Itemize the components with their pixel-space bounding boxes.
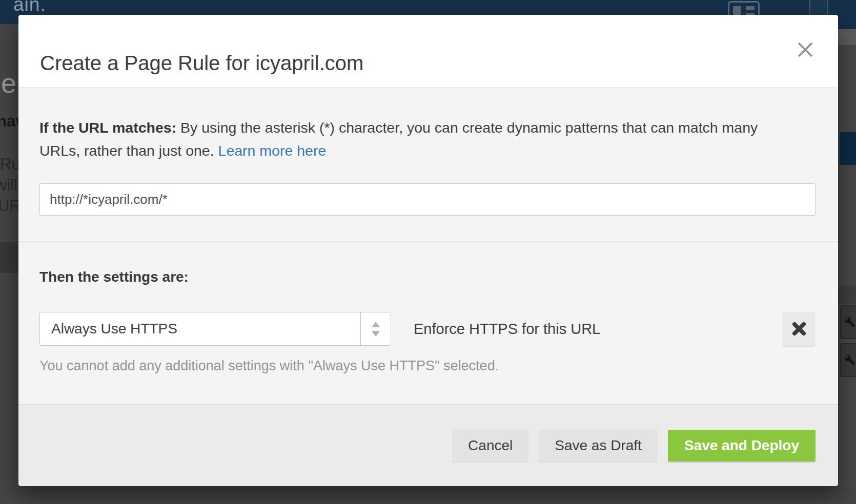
background-blue-button — [840, 132, 856, 165]
section-divider — [18, 241, 838, 242]
settings-heading: Then the settings are: — [39, 269, 816, 285]
select-arrows-icon — [360, 312, 391, 345]
nav-text-fragment: ain. — [13, 0, 46, 15]
setting-note: You cannot add any additional settings w… — [39, 358, 816, 374]
modal-title: Create a Page Rule for icyapril.com — [40, 52, 363, 75]
setting-select[interactable]: Always Use HTTPS — [39, 312, 391, 346]
background-table-header — [0, 242, 18, 273]
modal-body: If the URL matches: By using the asteris… — [18, 87, 838, 404]
background-text-fragment: Ru — [0, 155, 21, 174]
arrow-up-icon — [372, 322, 380, 327]
wrench-icon — [844, 354, 855, 366]
save-and-deploy-button[interactable]: Save and Deploy — [668, 430, 816, 461]
modal-header: Create a Page Rule for icyapril.com — [18, 15, 838, 87]
url-match-description: If the URL matches: By using the asteris… — [39, 116, 783, 162]
url-match-label: If the URL matches: — [39, 119, 176, 136]
learn-more-link[interactable]: Learn more here — [218, 142, 327, 159]
setting-description: Enforce HTTPS for this URL — [414, 321, 783, 338]
wrench-icon — [844, 317, 855, 328]
remove-setting-button[interactable] — [783, 312, 816, 346]
background-heading-fragment: e — [1, 67, 16, 99]
modal-footer: Cancel Save as Draft Save and Deploy — [18, 404, 838, 486]
save-as-draft-button[interactable]: Save as Draft — [539, 430, 658, 461]
background-wrench-button — [840, 305, 856, 339]
cancel-button[interactable]: Cancel — [452, 430, 528, 461]
background-right-strip — [838, 29, 856, 504]
background-text-fragment: UR — [0, 197, 21, 215]
background-left-strip: e nav Ru will UR — [0, 24, 18, 504]
url-pattern-input[interactable] — [39, 183, 816, 216]
heavy-x-icon — [791, 321, 807, 337]
arrow-down-icon — [372, 331, 380, 337]
close-icon — [796, 40, 814, 59]
background-text-fragment: will — [0, 176, 17, 195]
setting-select-value: Always Use HTTPS — [40, 312, 360, 345]
page-rule-modal: Create a Page Rule for icyapril.com If t… — [18, 15, 838, 486]
setting-row: Always Use HTTPS Enforce HTTPS for this … — [39, 312, 816, 346]
background-wrench-button — [840, 343, 856, 377]
close-button[interactable] — [792, 36, 819, 63]
